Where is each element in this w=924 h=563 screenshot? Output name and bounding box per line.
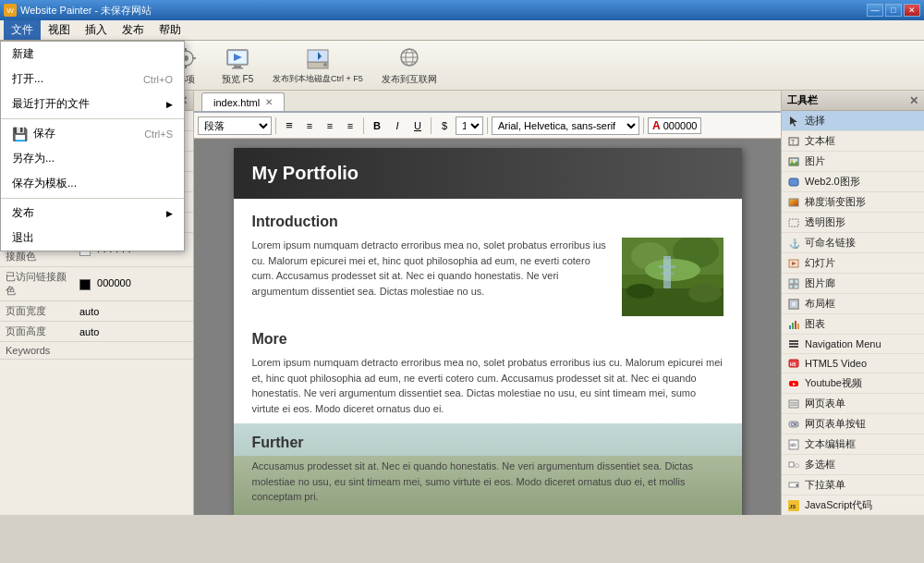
style-select[interactable]: 段落 标题1 标题2 [198,116,272,135]
portfolio-title: My Portfolio [252,163,359,183]
more-title: More [252,331,723,348]
publish-local-icon [305,45,331,71]
menu-publish[interactable]: 发布 [115,20,152,40]
tool-youtube[interactable]: Youtube视频 [782,373,924,394]
svg-rect-49 [789,279,794,284]
tool-web2shape[interactable]: Web2.0图形 [782,172,924,192]
gallery-icon [787,277,800,290]
intro-content: Lorem ipsum numquam detracto erroribus m… [252,238,723,316]
prop-row-visited-link: 已访问链接颜色 000000 [0,267,193,301]
svg-rect-68 [790,404,797,406]
tool-checkbox[interactable]: ▢ 多选框 [782,455,924,475]
publish-local-button[interactable]: 发布到本地磁盘Ctrl + F5 [267,42,369,89]
tool-form[interactable]: 网页表单 [782,394,924,414]
tool-textbox[interactable]: T 文本框 [782,131,924,152]
menu-help[interactable]: 帮助 [152,20,188,40]
tool-web2shape-label: Web2.0图形 [805,175,860,189]
tool-form-button[interactable]: OK 网页表单按钮 [782,414,924,434]
menu-insert[interactable]: 插入 [78,20,115,40]
preview-button[interactable]: 预览 F5 [215,42,260,90]
tool-anchor[interactable]: ⚓ 可命名链接 [782,233,924,253]
tab-close-button[interactable]: ✕ [265,97,273,107]
menu-open[interactable]: 打开... Ctrl+O [1,67,184,92]
svg-text:OK: OK [791,422,798,427]
canvas-area[interactable]: My Portfolio Introduction Lorem ipsum nu… [194,139,781,515]
tool-text-editor[interactable]: ab 文本编辑框 [782,434,924,455]
maximize-button[interactable]: □ [885,4,902,17]
transparent-icon [787,216,800,229]
minimize-button[interactable]: — [867,4,883,17]
tool-gallery[interactable]: 图片廊 [782,274,924,294]
tool-dropdown-label: 下拉菜单 [805,478,845,492]
menu-publish-sub[interactable]: 发布 [1,201,184,226]
tool-chart-label: 图表 [805,317,825,331]
tool-nav-menu[interactable]: Navigation Menu [782,335,924,354]
font-size-select[interactable]: 12 [456,116,483,135]
checkbox-icon: ▢ [787,459,800,471]
frame-icon [787,298,800,311]
svg-rect-50 [795,279,798,284]
prop-row-page-height: 页面高度 auto [0,322,193,342]
font-family-select[interactable]: Arial, Helvetica, sans-serif [492,116,639,135]
preview-label: 预览 F5 [222,73,253,86]
publish-internet-icon [396,45,422,71]
menu-save-as[interactable]: 另存为... [1,146,184,171]
svg-rect-44 [789,199,798,206]
menu-exit[interactable]: 退出 [1,226,184,251]
form-icon [787,398,800,410]
tool-dropdown[interactable]: 下拉菜单 [782,475,924,496]
save-icon: 💾 [12,127,28,141]
tool-transparent[interactable]: 透明图形 [782,213,924,233]
text-color-icon: A [652,119,661,132]
svg-rect-33 [659,265,675,268]
tool-select[interactable]: 选择 [782,111,924,131]
align-left-button[interactable]: ≡ [280,116,298,135]
right-panel-close-button[interactable]: ✕ [909,94,918,107]
svg-marker-38 [790,116,797,127]
web2shape-icon [787,176,800,189]
tool-nav-menu-label: Navigation Menu [805,338,881,349]
tool-slideshow[interactable]: 幻灯片 [782,253,924,274]
text-color-value: 000000 [663,120,698,131]
fmt-sep2 [363,117,364,134]
tab-bar: index.html ✕ [194,91,781,113]
intro-title: Introduction [252,214,723,230]
underline-button[interactable]: U [408,116,427,135]
tool-js[interactable]: JS JavaScript代码 [782,496,924,515]
align-right-button[interactable]: ≡ [321,116,339,135]
align-justify-button[interactable]: ≡ [341,116,359,135]
fmt-sep4 [487,117,488,134]
tool-frame[interactable]: 布局框 [782,294,924,314]
svg-text:H5: H5 [790,361,796,367]
intro-image [622,238,723,316]
menu-view[interactable]: 视图 [41,20,78,40]
menu-file[interactable]: 文件 [4,20,41,40]
further-content: Further Accusamus prodesset sit at. Nec … [252,434,723,505]
tool-image[interactable]: 图片 [782,152,924,172]
tool-chart[interactable]: 图表 [782,314,924,335]
currency-button[interactable]: $ [435,116,454,135]
window-controls[interactable]: — □ ✕ [867,4,920,17]
menu-recent[interactable]: 最近打开的文件 [1,92,184,116]
tool-html5-video[interactable]: H5 HTML5 Video [782,354,924,373]
menu-save[interactable]: 💾 保存 Ctrl+S [1,121,184,146]
text-color-picker[interactable]: A 000000 [648,117,701,134]
align-center-button[interactable]: ≡ [300,116,319,135]
tool-textbox-label: 文本框 [805,134,835,148]
bold-button[interactable]: B [368,116,386,135]
close-button[interactable]: ✕ [904,4,920,17]
publish-internet-button[interactable]: 发布到互联网 [376,42,443,90]
italic-button[interactable]: I [388,116,407,135]
publish-local-label: 发布到本地磁盘Ctrl + F5 [273,73,363,85]
tool-text-editor-label: 文本编辑框 [805,437,856,451]
nav-menu-icon [787,337,800,350]
menu-save-template[interactable]: 保存为模板... [1,171,184,196]
svg-rect-57 [795,321,796,329]
preview-icon [225,45,250,71]
tool-gradient[interactable]: 梯度渐变图形 [782,192,924,213]
section-more: More Lorem ipsum numquam detracto errori… [252,331,723,416]
tab-label: index.html [213,97,260,108]
svg-rect-54 [791,301,796,307]
menu-new[interactable]: 新建 [1,42,184,67]
tab-index-html[interactable]: index.html ✕ [201,92,285,111]
